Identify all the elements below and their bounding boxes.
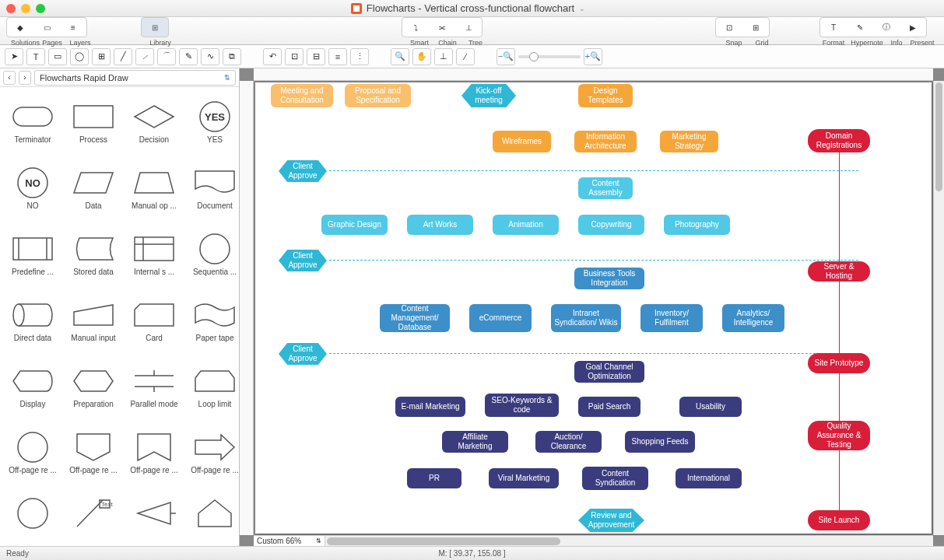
node-international[interactable]: International xyxy=(676,468,742,488)
chain-button[interactable]: ⫘ xyxy=(430,19,454,36)
node-kickoff[interactable]: Kick-off meeting xyxy=(461,84,516,107)
pen-tool[interactable]: ✎ xyxy=(179,48,198,65)
rect-tool[interactable]: ▭ xyxy=(48,48,67,65)
zoom-out-button[interactable]: −🔍 xyxy=(497,48,515,65)
layers-button[interactable]: ≡ xyxy=(61,19,86,36)
node-info-arch[interactable]: Information Architecture xyxy=(574,131,637,152)
snap-button[interactable]: ⊡ xyxy=(717,19,742,36)
node-cms[interactable]: Content Management/ Database xyxy=(380,304,450,332)
node-artworks[interactable]: Art Works xyxy=(407,215,473,235)
line-tool[interactable]: ╱ xyxy=(114,48,132,65)
node-photography[interactable]: Photography xyxy=(664,215,730,235)
node-domain-reg[interactable]: Domain Registrations xyxy=(808,129,870,152)
shape-manual-input[interactable]: Manual input xyxy=(64,289,123,353)
shape-tape[interactable]: Paper tape xyxy=(185,289,239,353)
shape-card[interactable]: Card xyxy=(125,289,184,353)
node-animation[interactable]: Animation xyxy=(493,215,559,235)
shape-display[interactable]: Display xyxy=(3,355,62,419)
node-paid-search[interactable]: Paid Search xyxy=(578,397,640,417)
node-goal-channel[interactable]: Goal Channel Optimization xyxy=(574,361,644,383)
shape-rect[interactable]: Process xyxy=(64,90,123,155)
node-copywriting[interactable]: Copywriting xyxy=(578,215,644,235)
node-meeting[interactable]: Meeting and Consultation xyxy=(271,84,333,107)
node-client-approve-2[interactable]: Client Approve xyxy=(279,250,327,271)
info-button[interactable]: ⓘ xyxy=(874,19,899,36)
table-tool[interactable]: ⊞ xyxy=(92,48,111,65)
crop-tool[interactable]: ⧉ xyxy=(223,48,241,65)
lib-forward-button[interactable]: › xyxy=(19,71,31,85)
hypernote-button[interactable]: ✎ xyxy=(847,19,872,36)
ungroup-button[interactable]: ⊟ xyxy=(307,48,325,65)
node-proposal[interactable]: Proposal and Specification xyxy=(345,84,411,107)
shape-circle[interactable]: Sequentia ... xyxy=(185,222,239,287)
minimize-button[interactable] xyxy=(21,4,30,13)
tree-button[interactable]: ⊥ xyxy=(456,19,481,36)
shape-parallel[interactable]: Parallel mode xyxy=(125,355,184,419)
shape-offpage1[interactable]: Off-page re ... xyxy=(3,421,62,485)
node-auction[interactable]: Auction/ Clearance xyxy=(535,431,602,453)
align-button[interactable]: ≡ xyxy=(328,48,347,65)
shape-circle-text[interactable]: NONO xyxy=(3,156,62,221)
library-dropdown[interactable]: Flowcharts Rapid Draw ⇅ xyxy=(34,70,236,86)
shape-triangle[interactable] xyxy=(125,487,184,543)
bezier-tool[interactable]: ∿ xyxy=(201,48,219,65)
shape-circle-text[interactable]: YESYES xyxy=(185,90,239,155)
undo-button[interactable]: ↶ xyxy=(263,48,282,65)
node-pr[interactable]: PR xyxy=(407,468,461,488)
group-button[interactable]: ⊡ xyxy=(285,48,304,65)
node-biz-tools[interactable]: Business Tools Integration xyxy=(574,268,644,289)
shape-diamond[interactable]: Decision xyxy=(125,90,184,155)
node-shopping-feeds[interactable]: Shopping Feeds xyxy=(625,431,695,453)
shape-document[interactable]: Document xyxy=(185,156,239,221)
text-tool[interactable]: T xyxy=(26,48,45,65)
solutions-button[interactable]: ◆ xyxy=(8,19,33,36)
eyedropper-tool[interactable]: ⁄ xyxy=(456,48,475,65)
node-design-templates[interactable]: Design Templates xyxy=(578,84,633,107)
smart-button[interactable]: ⤵ xyxy=(403,19,428,36)
zoom-in-button[interactable]: +🔍 xyxy=(584,48,602,65)
lib-back-button[interactable]: ‹ xyxy=(3,71,16,85)
library-button[interactable]: ⊞ xyxy=(142,19,167,36)
node-seo[interactable]: SEO-Keywords & code xyxy=(485,394,559,417)
node-review[interactable]: Review and Approvement xyxy=(578,509,644,532)
node-affiliate[interactable]: Affiliate Marketing xyxy=(442,431,508,453)
shape-hexagon[interactable]: Preparation xyxy=(64,355,123,419)
stamp-tool[interactable]: ⊥ xyxy=(434,48,453,65)
shape-predefined[interactable]: Predefine ... xyxy=(3,222,62,287)
ellipse-tool[interactable]: ◯ xyxy=(70,48,89,65)
node-wireframes[interactable]: Wireframes xyxy=(493,131,551,152)
zoom-indicator[interactable]: Custom 66%⇅ xyxy=(254,536,325,547)
shape-offpage3[interactable]: Off-page re ... xyxy=(125,421,184,485)
node-graphic-design[interactable]: Graphic Design xyxy=(321,215,388,235)
node-content-synd[interactable]: Content Syndication xyxy=(582,467,648,490)
scroll-h-track[interactable] xyxy=(325,537,933,545)
node-inventory[interactable]: Inventory/ Fulfilment xyxy=(640,304,703,332)
arc-tool[interactable]: ⌒ xyxy=(157,48,176,65)
chevron-down-icon[interactable]: ⌄ xyxy=(579,5,585,12)
node-client-approve-1[interactable]: Client Approve xyxy=(279,160,327,182)
shape-parallelogram[interactable]: Data xyxy=(64,156,123,221)
node-ecommerce[interactable]: eCommerce xyxy=(469,304,532,332)
distribute-button[interactable]: ⋮ xyxy=(350,48,369,65)
shape-terminator[interactable]: Terminator xyxy=(3,90,62,155)
shape-text-note[interactable]: Text xyxy=(64,487,123,543)
zoom-tool[interactable]: 🔍 xyxy=(391,48,409,65)
node-content-assembly[interactable]: Content Assembly xyxy=(578,177,633,199)
node-client-approve-3[interactable]: Client Approve xyxy=(279,343,327,365)
format-button[interactable]: T xyxy=(821,19,846,36)
pages-button[interactable]: ▭ xyxy=(34,19,59,36)
canvas-page[interactable]: Meeting and Consultation Proposal and Sp… xyxy=(255,82,932,534)
shape-loop[interactable]: Loop limit xyxy=(185,355,239,419)
shape-arrow-right[interactable]: Off-page re ... xyxy=(185,421,239,485)
pan-tool[interactable]: ✋ xyxy=(412,48,431,65)
shape-stored[interactable]: Stored data xyxy=(64,222,123,287)
node-site-launch[interactable]: Site Launch xyxy=(808,510,870,530)
node-marketing[interactable]: Marketing Strategy xyxy=(660,131,718,152)
shape-house[interactable] xyxy=(185,487,239,543)
connector-tool[interactable]: ⟋ xyxy=(135,48,154,65)
fullscreen-button[interactable] xyxy=(36,4,45,13)
shape-offpage2[interactable]: Off-page re ... xyxy=(64,421,123,485)
node-email-mkt[interactable]: E-mail Marketing xyxy=(395,397,465,417)
shape-trapezoid[interactable]: Manual op ... xyxy=(125,156,184,221)
scrollbar-vertical[interactable] xyxy=(933,81,944,535)
